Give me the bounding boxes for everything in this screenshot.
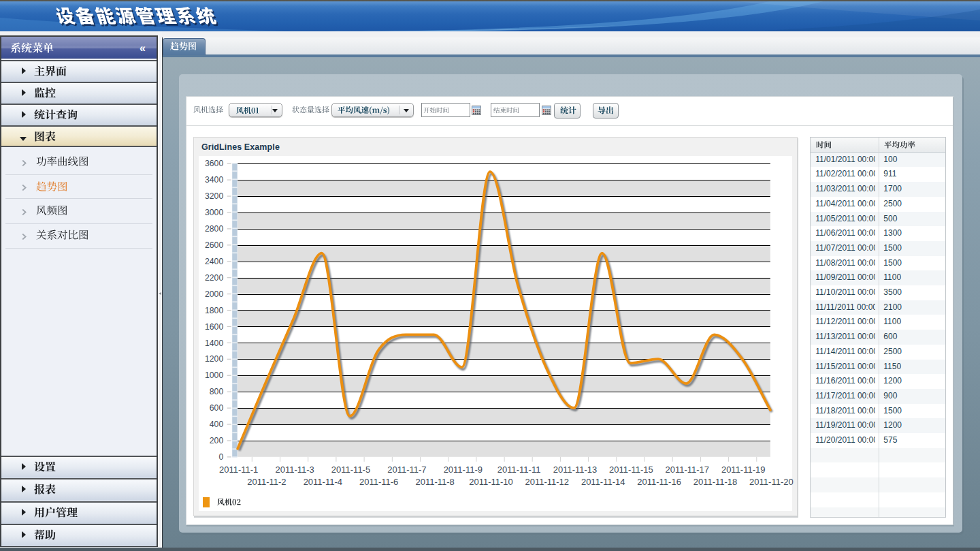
svg-text:400: 400 [210,420,224,429]
svg-text:2800: 2800 [205,224,223,234]
svg-text:2011-11-6: 2011-11-6 [359,477,398,487]
svg-text:800: 800 [210,387,224,396]
svg-text:3200: 3200 [205,191,223,201]
svg-text:2011-11-1: 2011-11-1 [219,465,258,475]
svg-text:1000: 1000 [205,371,223,380]
svg-text:2011-11-2: 2011-11-2 [247,477,286,487]
svg-text:2011-11-8: 2011-11-8 [415,477,454,487]
svg-text:2011-11-10: 2011-11-10 [469,477,513,487]
svg-text:2011-11-19: 2011-11-19 [721,465,766,475]
svg-text:2200: 2200 [205,273,223,283]
svg-text:0: 0 [218,452,223,462]
svg-text:2011-11-20: 2011-11-20 [749,477,794,487]
svg-text:2011-11-18: 2011-11-18 [693,477,738,487]
svg-text:2011-11-4: 2011-11-4 [303,477,342,487]
svg-text:1200: 1200 [205,354,223,364]
svg-text:200: 200 [210,436,224,445]
svg-text:2011-11-5: 2011-11-5 [331,465,370,475]
svg-text:2011-11-13: 2011-11-13 [553,465,598,475]
svg-text:2011-11-7: 2011-11-7 [387,465,426,475]
svg-text:2011-11-17: 2011-11-17 [665,465,709,475]
svg-text:2011-11-12: 2011-11-12 [525,477,569,487]
svg-text:2011-11-14: 2011-11-14 [581,477,625,487]
svg-text:3600: 3600 [205,159,223,168]
svg-text:2011-11-3: 2011-11-3 [275,465,314,475]
svg-text:1600: 1600 [205,321,223,331]
svg-text:2600: 2600 [205,240,223,250]
svg-text:2400: 2400 [205,257,223,266]
svg-text:3000: 3000 [205,208,223,217]
svg-text:2011-11-11: 2011-11-11 [497,465,541,475]
svg-text:2000: 2000 [205,289,223,299]
svg-text:600: 600 [210,403,224,413]
svg-text:1400: 1400 [205,338,223,347]
svg-text:2011-11-15: 2011-11-15 [609,465,653,475]
svg-text:1800: 1800 [205,305,223,315]
svg-text:3400: 3400 [205,175,223,185]
svg-text:2011-11-16: 2011-11-16 [637,477,681,487]
svg-text:2011-11-9: 2011-11-9 [443,465,482,475]
